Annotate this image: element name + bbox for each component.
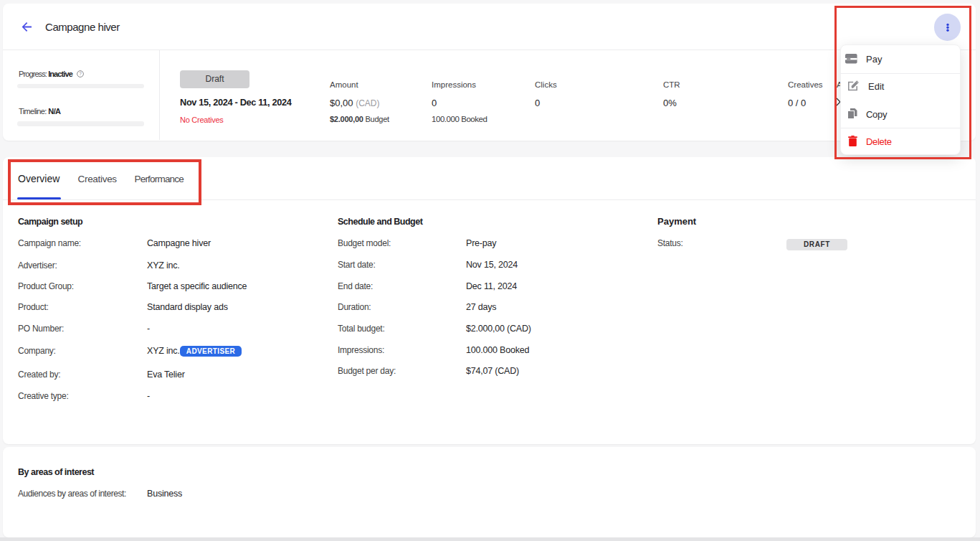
svg-text:?: ? [79, 71, 82, 76]
